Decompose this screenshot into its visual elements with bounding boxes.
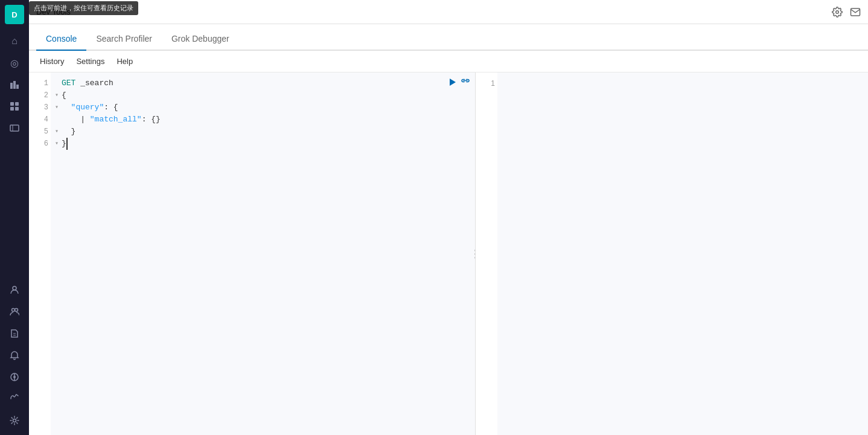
sidebar-item-team[interactable] [5, 302, 24, 321]
editor-left-pane: 1 2 3 4 5 6 GET _search ▾ { [29, 72, 476, 435]
brace-close: } [62, 138, 66, 150]
svg-marker-20 [450, 79, 456, 86]
topbar-title: Dev Tools [36, 7, 71, 16]
sidebar-item-ml[interactable] [5, 367, 24, 387]
svg-point-11 [15, 309, 18, 312]
toolbar-settings[interactable]: Settings [75, 54, 106, 68]
svg-point-19 [836, 10, 839, 13]
right-line-numbers: 1 [476, 72, 497, 435]
main-content: 点击可前进，按住可查看历史记录 Dev Tools Console Search… [29, 0, 868, 435]
topbar: 点击可前进，按住可查看历史记录 Dev Tools [29, 0, 868, 24]
fold-icon-2[interactable]: ▾ [53, 92, 60, 99]
right-line-1: 1 [480, 77, 495, 89]
sidebar: D ⌂ ◎ [0, 0, 29, 435]
mail-icon[interactable] [850, 7, 861, 18]
run-button[interactable] [447, 77, 457, 87]
sidebar-item-settings[interactable] [5, 411, 24, 430]
sidebar-item-alerts[interactable] [5, 346, 24, 365]
resize-handle[interactable] [473, 242, 476, 266]
code-line-1: GET _search [53, 77, 470, 89]
sidebar-item-user[interactable] [5, 280, 24, 300]
toolbar-history[interactable]: History [39, 54, 65, 68]
fold-icon-6[interactable]: ▾ [53, 140, 60, 147]
editor-actions [447, 77, 470, 87]
svg-rect-4 [15, 102, 19, 106]
code-line-3: ▾ "query": { [53, 102, 470, 114]
svg-rect-6 [15, 107, 19, 111]
sidebar-item-dashboard[interactable] [5, 97, 24, 116]
tab-console[interactable]: Console [36, 28, 86, 51]
sidebar-logo: D [5, 5, 24, 24]
brace-open: { [62, 89, 66, 102]
console-toolbar: History Settings Help [29, 51, 868, 72]
right-editor: 1 [476, 72, 868, 435]
tab-search-profiler[interactable]: Search Profiler [86, 28, 162, 51]
editor-area: 1 2 3 4 5 6 GET _search ▾ { [29, 72, 868, 435]
sidebar-item-home[interactable]: ⌂ [5, 31, 24, 51]
indent-3 [62, 102, 71, 114]
colon-4: : {} [142, 114, 161, 126]
code-line-5: ▾ } [53, 126, 470, 138]
settings-icon[interactable] [832, 7, 843, 18]
tabs-bar: Console Search Profiler Grok Debugger [29, 24, 868, 51]
sidebar-item-reports[interactable] [5, 324, 24, 343]
fold-icon-5[interactable]: ▾ [53, 128, 60, 135]
sidebar-item-discover[interactable]: ◎ [5, 53, 24, 72]
code-content[interactable]: GET _search ▾ { ▾ "query": { [51, 72, 475, 435]
toolbar-help[interactable]: Help [115, 54, 134, 68]
code-line-2: ▾ { [53, 89, 470, 102]
svg-rect-1 [13, 81, 16, 89]
fold-icon-1 [53, 80, 60, 87]
string-query: "query" [71, 102, 104, 114]
sidebar-item-monitor[interactable] [5, 389, 24, 408]
code-line-6: ▾ } [53, 138, 470, 150]
svg-point-18 [13, 419, 16, 422]
code-line-4: | "match_all": {} [53, 114, 470, 126]
right-content[interactable] [497, 72, 868, 435]
copy-link-button[interactable] [461, 77, 470, 87]
path-search: _search [80, 77, 113, 89]
line-numbers: 1 2 3 4 5 6 [29, 72, 51, 435]
svg-rect-3 [10, 102, 14, 106]
indent-4: | [62, 114, 90, 126]
svg-rect-2 [16, 85, 19, 89]
sidebar-item-visualize[interactable] [5, 75, 24, 94]
svg-point-15 [13, 376, 16, 378]
tab-grok-debugger[interactable]: Grok Debugger [162, 28, 239, 51]
fold-icon-4 [53, 116, 60, 123]
code-editor[interactable]: 1 2 3 4 5 6 GET _search ▾ { [29, 72, 475, 435]
keyword-get: GET [62, 77, 80, 89]
indent-5: } [62, 126, 75, 138]
svg-rect-5 [10, 107, 14, 111]
svg-rect-7 [10, 125, 19, 131]
topbar-icons [832, 7, 861, 18]
svg-point-9 [13, 286, 16, 290]
svg-rect-0 [10, 83, 13, 89]
fold-icon-3[interactable]: ▾ [53, 104, 60, 111]
colon-3: : { [104, 102, 118, 114]
string-match-all: "match_all" [90, 114, 142, 126]
editor-right-pane: 1 [476, 72, 868, 435]
sidebar-item-canvas[interactable] [5, 118, 24, 138]
